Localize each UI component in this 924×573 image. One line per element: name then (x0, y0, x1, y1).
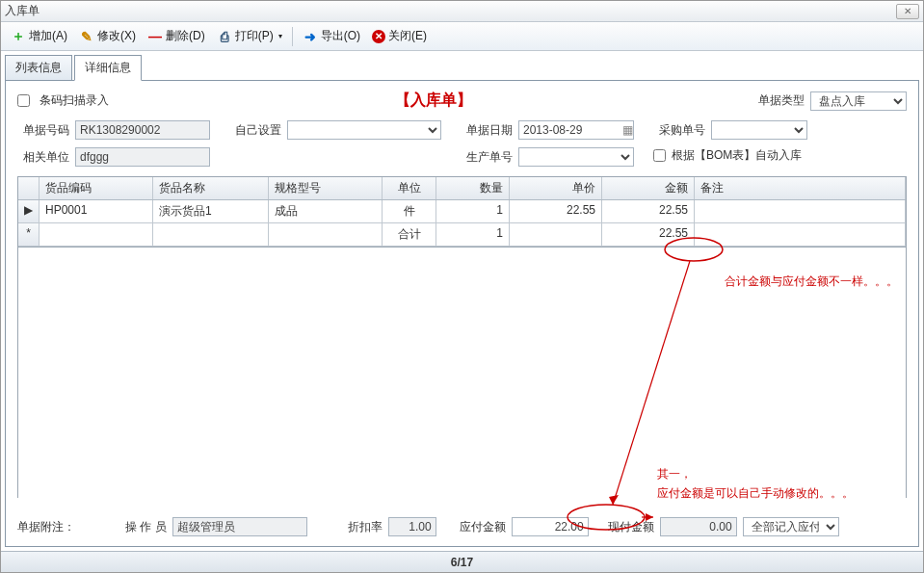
export-button[interactable]: ➜导出(O) (299, 26, 364, 46)
items-grid: 货品编码 货品名称 规格型号 单位 数量 单价 金额 备注 ▶ HP0001 演… (17, 176, 907, 247)
bom-label: 根据【BOM表】自动入库 (672, 147, 802, 164)
close-window-button[interactable]: ✕ (896, 4, 919, 19)
grid-total-row: * 合计 1 22.55 (18, 223, 906, 247)
col-unit[interactable]: 单位 (383, 177, 436, 199)
edit-button[interactable]: ✎修改(X) (75, 26, 140, 46)
annotation-1: 合计金额与应付金额不一样。。。 (725, 273, 898, 290)
bom-checkbox[interactable] (653, 149, 666, 162)
doc-no-input[interactable] (75, 120, 210, 140)
pager: 6/17 (1, 551, 923, 572)
grid-header: 货品编码 货品名称 规格型号 单位 数量 单价 金额 备注 (18, 177, 906, 200)
total-amount: 22.55 (602, 223, 695, 246)
attach-label: 单据附注： (17, 519, 75, 535)
record-select[interactable]: 全部记入应付款 (743, 517, 839, 536)
annotation-2: 其一， (657, 466, 692, 482)
chevron-down-icon: ▾ (278, 32, 282, 40)
cash-label: 现付金额 (608, 519, 654, 535)
calendar-icon[interactable]: ▦ (622, 123, 633, 137)
discount-input[interactable] (388, 517, 436, 536)
operator-label: 操 作 员 (125, 519, 167, 535)
col-amount[interactable]: 金额 (602, 177, 695, 199)
doc-type-select[interactable]: 盘点入库 (810, 91, 907, 111)
doc-no-label: 单据号码 (17, 122, 69, 139)
cash-input[interactable] (660, 517, 737, 536)
tab-list[interactable]: 列表信息 (5, 55, 72, 81)
col-spec[interactable]: 规格型号 (269, 177, 383, 199)
barcode-label: 条码扫描录入 (40, 92, 109, 109)
edit-icon: ✎ (79, 29, 94, 44)
self-set-label: 自己设置 (229, 122, 281, 139)
form-title: 【入库单】 (115, 91, 752, 111)
print-icon: ⎙ (217, 29, 232, 44)
toolbar: ＋增加(A) ✎修改(X) —删除(D) ⎙打印(P)▾ ➜导出(O) ✕关闭(… (1, 22, 923, 51)
rel-unit-label: 相关单位 (17, 149, 69, 166)
rel-unit-input[interactable] (75, 147, 210, 167)
close-button[interactable]: ✕关闭(E) (368, 26, 431, 46)
tab-detail[interactable]: 详细信息 (74, 55, 142, 81)
discount-label: 折扣率 (348, 519, 383, 535)
row-marker: ▶ (18, 200, 40, 222)
separator (292, 27, 293, 46)
plus-icon: ＋ (11, 29, 26, 44)
prod-no-select[interactable] (518, 147, 634, 167)
annotation-3: 应付金额是可以自己手动修改的。。。 (657, 485, 854, 502)
col-price[interactable]: 单价 (510, 177, 602, 199)
doc-date-input[interactable] (518, 120, 634, 140)
prod-no-label: 生产单号 (461, 149, 513, 166)
col-code[interactable]: 货品编码 (40, 177, 153, 199)
doc-date-label: 单据日期 (461, 122, 513, 139)
self-set-select[interactable] (287, 120, 441, 140)
payable-label: 应付金额 (460, 519, 506, 535)
close-icon: ✕ (372, 30, 385, 43)
col-remark[interactable]: 备注 (695, 177, 906, 199)
export-icon: ➜ (303, 29, 318, 44)
delete-button[interactable]: —删除(D) (144, 26, 209, 46)
detail-panel: 条码扫描录入 【入库单】 单据类型 盘点入库 单据号码 相关单位 自己设置 单据… (5, 80, 919, 547)
operator-input[interactable] (172, 517, 307, 536)
doc-type-label: 单据类型 (758, 92, 805, 109)
po-no-label: 采购单号 (653, 122, 705, 139)
col-name[interactable]: 货品名称 (153, 177, 269, 199)
add-button[interactable]: ＋增加(A) (7, 26, 71, 46)
barcode-checkbox[interactable] (17, 94, 30, 107)
window-title: 入库单 (5, 3, 896, 19)
po-no-select[interactable] (711, 120, 807, 140)
print-button[interactable]: ⎙打印(P)▾ (213, 26, 286, 46)
total-label: 合计 (383, 223, 436, 246)
col-qty[interactable]: 数量 (436, 177, 510, 199)
minus-icon: — (147, 29, 163, 44)
payable-input[interactable] (512, 517, 589, 536)
grid-row[interactable]: ▶ HP0001 演示货品1 成品 件 1 22.55 22.55 (18, 200, 906, 223)
